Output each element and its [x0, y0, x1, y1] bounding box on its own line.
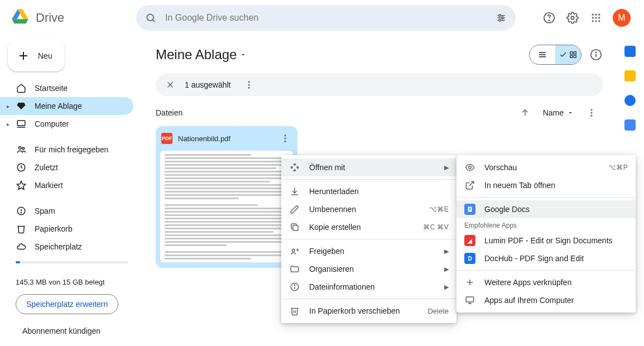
ow-connect-apps[interactable]: Weitere Apps verknüpfen	[456, 273, 636, 291]
contacts-app-icon[interactable]	[624, 119, 636, 131]
nav-starred[interactable]: Markiert	[0, 176, 133, 194]
account-avatar[interactable]: M	[613, 9, 631, 27]
svg-point-25	[22, 147, 25, 150]
ow-preview[interactable]: Vorschau ⌥⌘P	[456, 158, 636, 176]
svg-point-64	[469, 166, 472, 169]
tasks-app-icon[interactable]	[624, 95, 636, 106]
copy-icon	[289, 222, 300, 233]
nav-storage[interactable]: Speicherplatz	[0, 238, 133, 256]
ctx-rename[interactable]: Umbenennen ⌥⌘E	[281, 200, 456, 218]
ctx-trash[interactable]: In Papierkorb verschieben Delete	[281, 302, 456, 320]
nav-home[interactable]: Startseite	[0, 79, 133, 97]
nav-my-drive[interactable]: Meine Ablage	[0, 97, 133, 115]
ctx-download[interactable]: Herunterladen	[281, 182, 456, 200]
open-with-icon	[289, 162, 300, 173]
page-title-dropdown[interactable]: Meine Ablage	[156, 47, 247, 63]
search-bar[interactable]	[136, 5, 516, 31]
logo-section[interactable]: Drive	[9, 7, 132, 29]
ctx-file-info[interactable]: Dateiinformationen ▶	[281, 278, 456, 296]
info-icon	[289, 281, 300, 292]
cloud-icon	[16, 241, 27, 252]
svg-rect-22	[17, 121, 25, 126]
home-icon	[16, 83, 27, 94]
file-more-icon[interactable]	[278, 132, 292, 145]
submenu-arrow-icon: ▶	[444, 266, 449, 273]
nav-computers[interactable]: Computer	[0, 115, 133, 133]
svg-point-48	[591, 112, 593, 114]
svg-point-56	[292, 249, 295, 252]
ctx-make-copy[interactable]: Kopie erstellen ⌘C ⌘V	[281, 218, 456, 236]
keep-app-icon[interactable]	[624, 70, 636, 81]
grid-icon	[569, 51, 577, 59]
ow-dochub[interactable]: D DocHub - PDF Sign and Edit	[456, 249, 636, 267]
svg-point-16	[598, 17, 600, 18]
clear-selection-icon[interactable]	[164, 78, 177, 92]
svg-point-7	[499, 20, 501, 21]
file-context-menu: Öffnen mit ▶ Herunterladen Umbenennen ⌥⌘…	[281, 155, 456, 323]
calendar-app-icon[interactable]	[624, 46, 636, 57]
svg-line-1	[153, 20, 155, 22]
file-card[interactable]: PDF Nationenbild.pdf	[156, 126, 297, 268]
expand-storage-button[interactable]: Speicherplatz erweitern	[16, 294, 118, 314]
plus-icon	[464, 277, 475, 288]
list-view-button[interactable]	[530, 45, 555, 64]
nav-spam[interactable]: Spam	[0, 202, 133, 220]
svg-point-50	[285, 134, 286, 136]
computer-icon	[16, 118, 27, 129]
submenu-arrow-icon: ▶	[444, 283, 449, 291]
svg-point-12	[595, 14, 597, 16]
search-icon[interactable]	[144, 11, 157, 25]
svg-point-0	[147, 14, 153, 21]
header-more-icon[interactable]	[585, 106, 598, 119]
info-icon[interactable]	[589, 48, 603, 61]
storage-text: 145,3 MB von 15 GB belegt	[0, 271, 142, 286]
folder-icon	[289, 263, 300, 275]
svg-point-24	[19, 147, 22, 150]
svg-rect-55	[293, 225, 298, 230]
cancel-subscription-link[interactable]: Abonnement kündigen	[22, 326, 142, 335]
svg-point-18	[595, 20, 597, 22]
ow-lumin[interactable]: ◢ Lumin PDF - Edit or Sign Documents	[456, 232, 636, 249]
nav-recent[interactable]: Zuletzt	[0, 158, 133, 176]
svg-point-6	[502, 17, 503, 18]
grid-view-button[interactable]	[555, 45, 581, 64]
drive-logo-icon	[9, 7, 31, 29]
dropdown-caret-icon	[240, 51, 247, 58]
apps-icon[interactable]	[589, 11, 603, 25]
svg-point-10	[571, 16, 574, 20]
page-title: Meine Ablage	[156, 47, 237, 63]
help-icon[interactable]	[542, 11, 556, 25]
svg-point-40	[595, 52, 596, 52]
svg-point-13	[598, 14, 600, 16]
search-options-icon[interactable]	[494, 11, 508, 25]
submenu-arrow-icon: ▶	[444, 248, 449, 255]
recommended-apps-heading: Empfohlene Apps	[456, 218, 636, 232]
sort-button[interactable]: Name	[543, 108, 574, 117]
chevron-down-icon	[567, 109, 574, 116]
ctx-share[interactable]: Freigeben ▶	[281, 242, 456, 260]
svg-rect-37	[574, 55, 576, 57]
selection-more-icon[interactable]	[242, 78, 256, 92]
preview-icon	[464, 162, 475, 173]
share-icon	[289, 246, 300, 257]
search-input[interactable]	[165, 13, 487, 23]
nav-trash[interactable]: Papierkorb	[0, 220, 133, 238]
selection-bar: 1 ausgewählt	[156, 74, 603, 96]
new-button[interactable]: Neu	[8, 40, 65, 71]
settings-icon[interactable]	[566, 11, 579, 25]
ow-apps-computer[interactable]: Apps auf Ihrem Computer	[456, 291, 636, 309]
sort-direction-icon[interactable]	[518, 106, 532, 119]
open-new-tab-icon	[464, 180, 475, 191]
ow-new-tab[interactable]: In neuem Tab öffnen	[456, 176, 636, 194]
ctx-open-with[interactable]: Öffnen mit ▶	[281, 158, 456, 176]
star-icon	[16, 180, 27, 191]
ctx-organize[interactable]: Organisieren ▶	[281, 260, 456, 278]
svg-rect-36	[570, 55, 573, 57]
svg-rect-35	[574, 52, 576, 54]
svg-point-19	[598, 20, 600, 22]
svg-point-45	[248, 87, 249, 89]
nav-shared[interactable]: Für mich freigegeben	[0, 141, 133, 158]
lumin-icon: ◢	[464, 235, 475, 246]
ow-google-docs[interactable]: Google Docs	[456, 200, 636, 218]
desktop-icon	[464, 295, 475, 306]
